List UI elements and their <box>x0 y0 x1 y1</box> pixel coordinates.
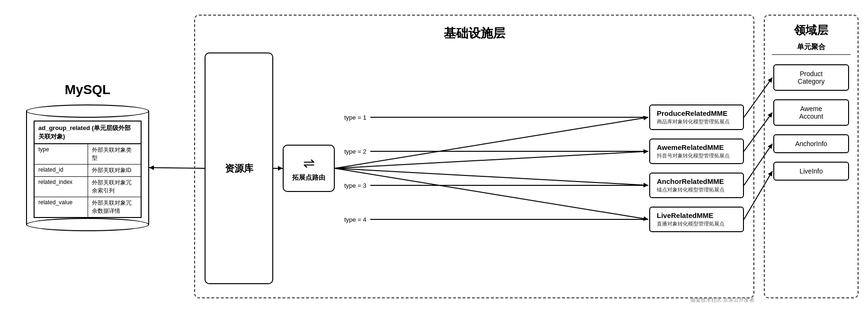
field-related-index: related_index <box>35 177 88 197</box>
infra-inner: 资源库 ⇌ 拓展点路由 type = 1 ProduceRelatedMME 商… <box>205 49 744 288</box>
mme-subtitle-3: 锚点对象转化模型管理拓展点 <box>657 186 736 193</box>
domain-items: ProductCategory AwemeAccount AnchorInfo … <box>772 64 850 181</box>
mme-subtitle-1: 商品库对象转化模型管理拓展点 <box>657 118 736 125</box>
mme-box-1: ProduceRelatedMME 商品库对象转化模型管理拓展点 <box>649 104 744 130</box>
infra-title: 基础设施层 <box>205 25 744 42</box>
desc-related-value: 外部关联对象冗余数据详情 <box>88 197 141 217</box>
watermark: 掘金技术社区·京东云开发者 <box>690 296 754 304</box>
mme-column: type = 1 ProduceRelatedMME 商品库对象转化模型管理拓展… <box>344 104 744 232</box>
domain-item-anchor-info: AnchorInfo <box>773 134 849 153</box>
domain-item-live-info: LiveInfo <box>773 162 849 181</box>
desc-related-index: 外部关联对象冗余索引列 <box>88 177 141 197</box>
field-related-id: related_id <box>35 165 88 176</box>
domain-subtitle: 单元聚合 <box>772 43 850 55</box>
mme-title-4: LiveRelatedMME <box>657 211 736 219</box>
router-area: ⇌ 拓展点路由 <box>283 145 335 192</box>
mme-row-3: type = 3 AnchorRelatedMME 锚点对象转化模型管理拓展点 <box>344 173 744 198</box>
mme-row-2: type = 2 AwemeRelatedMME 抖音号对象转化模型管理拓展点 <box>344 139 744 164</box>
field-type: type <box>35 144 88 164</box>
db-cylinder: ad_group_related (单元层级外部关联对象) type 外部关联对… <box>26 104 149 231</box>
table-row: related_index 外部关联对象冗余索引列 <box>35 177 141 197</box>
mme-subtitle-2: 抖音号对象转化模型管理拓展点 <box>657 152 736 159</box>
domain-item-aweme-account: AwemeAccount <box>773 99 849 126</box>
table-row: related_id 外部关联对象ID <box>35 165 141 177</box>
type-label-3: type = 3 <box>344 182 367 189</box>
type-label-2: type = 2 <box>344 148 367 155</box>
resource-lib: 资源库 <box>205 52 273 284</box>
mme-subtitle-4: 直播对象转化模型管理拓展点 <box>657 220 736 227</box>
table-row: related_value 外部关联对象冗余数据详情 <box>35 197 141 217</box>
mysql-section: MySQL ad_group_related (单元层级外部关联对象) type… <box>9 82 166 231</box>
table-row: type 外部关联对象类型 <box>35 144 141 165</box>
mme-box-4: LiveRelatedMME 直播对象转化模型管理拓展点 <box>649 207 744 232</box>
mysql-title: MySQL <box>65 82 110 97</box>
router-icon: ⇌ <box>303 155 315 171</box>
mme-row-1: type = 1 ProduceRelatedMME 商品库对象转化模型管理拓展… <box>344 104 744 130</box>
mme-row-4: type = 4 LiveRelatedMME 直播对象转化模型管理拓展点 <box>344 207 744 232</box>
router-label: 拓展点路由 <box>292 174 325 182</box>
db-cylinder-top <box>26 104 149 118</box>
type-label-4: type = 4 <box>344 216 367 223</box>
mme-title-3: AnchorRelatedMME <box>657 177 736 185</box>
mme-title-1: ProduceRelatedMME <box>657 109 736 117</box>
desc-related-id: 外部关联对象ID <box>88 165 141 176</box>
db-table-header: ad_group_related (单元层级外部关联对象) <box>35 122 141 144</box>
mme-box-3: AnchorRelatedMME 锚点对象转化模型管理拓展点 <box>649 173 744 198</box>
domain-title: 领域层 <box>772 23 850 38</box>
domain-item-product-category: ProductCategory <box>773 64 849 91</box>
desc-type: 外部关联对象类型 <box>88 144 141 164</box>
diagram-container: MySQL ad_group_related (单元层级外部关联对象) type… <box>0 0 868 313</box>
field-related-value: related_value <box>35 197 88 217</box>
router-box: ⇌ 拓展点路由 <box>283 145 335 192</box>
mme-title-2: AwemeRelatedMME <box>657 143 736 151</box>
db-cylinder-bottom <box>26 218 149 231</box>
type-label-1: type = 1 <box>344 114 367 121</box>
domain-section: 领域层 单元聚合 ProductCategory AwemeAccount An… <box>764 15 859 298</box>
db-cylinder-body: ad_group_related (单元层级外部关联对象) type 外部关联对… <box>26 111 149 225</box>
db-table: ad_group_related (单元层级外部关联对象) type 外部关联对… <box>34 121 142 218</box>
mme-box-2: AwemeRelatedMME 抖音号对象转化模型管理拓展点 <box>649 139 744 164</box>
infra-section: 基础设施层 资源库 ⇌ 拓展点路由 type = 1 ProduceRela <box>194 15 754 298</box>
resource-lib-title: 资源库 <box>225 162 253 175</box>
